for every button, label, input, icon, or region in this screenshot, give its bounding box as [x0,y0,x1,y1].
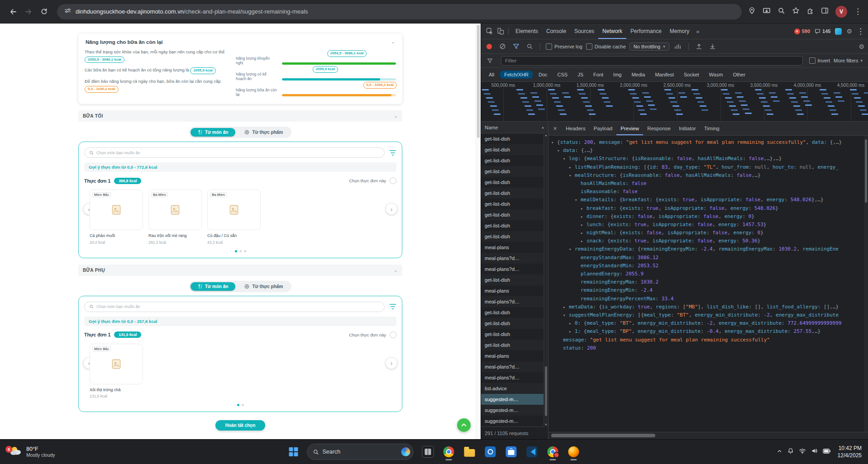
name-column-header[interactable]: Name ▲ [481,122,548,133]
panel-tab-preview[interactable]: Preview [616,122,643,135]
json-line[interactable]: ▸dinner: {exists: false, isAppropriate: … [548,213,868,221]
profile-avatar[interactable]: V [835,6,847,18]
scrollbar-thumb[interactable] [865,139,867,203]
location-icon[interactable] [748,7,756,16]
collapsed-arrow-icon[interactable]: ▸ [569,327,575,336]
search-highlights-icon[interactable] [401,447,410,456]
carousel-next-button[interactable]: › [386,357,397,369]
dish-search-input[interactable]: Chọn món bạn muốn ăn [84,302,385,312]
json-line[interactable]: ▾log: {mealStructure: {isReasonable: fal… [548,155,868,163]
taskbar-app-chrome-beta[interactable] [544,443,562,461]
battery-icon[interactable] [823,448,831,456]
scroll-up-icon[interactable]: ▲ [544,134,548,137]
request-row[interactable]: meal-plans [481,242,548,253]
tab-from-foods[interactable]: Từ thực phẩm [237,282,290,291]
dish-search-input[interactable]: Chọn món bạn muốn ăn [84,147,385,158]
dish-card[interactable]: Ba Miền Củ đậu / Củ sắn 43,3 kcal [207,189,261,245]
request-row[interactable]: list-advice [481,383,548,394]
scrollbar-thumb[interactable] [545,366,547,416]
json-line[interactable]: ▸listMealPlanRemaining: [{id: 83, day_ty… [548,163,868,171]
back-icon[interactable] [6,5,20,19]
taskbar-app-store[interactable] [502,443,520,461]
device-toolbar-icon[interactable] [496,26,506,36]
taskbar-app-vscode[interactable] [523,443,541,461]
expanded-arrow-icon[interactable]: ▾ [563,311,569,319]
filter-chip[interactable]: Wasm [705,71,727,79]
devtools-tab-memory[interactable]: Memory [666,24,693,39]
panel-tab-timing[interactable]: Timing [700,122,724,135]
do-not-disturb-icon[interactable] [787,448,794,456]
section-collapse-icon[interactable]: ⌄ [394,267,398,273]
scroll-top-button[interactable] [457,418,471,432]
page-scrollbar[interactable] [476,24,481,439]
request-row[interactable]: get-list-dish [481,155,548,166]
dish-filter-icon[interactable] [389,150,396,156]
expanded-arrow-icon[interactable]: ▾ [569,245,575,253]
devtools-tab-performance[interactable]: Performance [626,24,666,39]
choose-menu-radio[interactable] [390,177,396,184]
import-har-icon[interactable] [694,42,704,52]
checkbox-icon[interactable] [546,43,552,50]
reload-icon[interactable] [37,5,51,19]
json-line[interactable]: ▾suggestMealPlanEnergy: [{meal_type: "BT… [548,311,868,319]
filter-chip[interactable]: Img [609,71,625,79]
request-row[interactable]: suggested-m… [481,416,548,426]
section-header[interactable]: BỮA TỐI ⌄ [78,110,402,122]
devtools-menu-icon[interactable]: ⋮ [857,28,864,35]
more-filters-button[interactable]: More filters▾ [834,58,864,63]
collapsed-arrow-icon[interactable]: ▸ [581,221,587,229]
volume-icon[interactable] [811,448,818,456]
carousel-next-button[interactable]: › [386,203,397,215]
request-row[interactable]: meal-plans?d… [481,372,548,383]
panel-tab-initiator[interactable]: Initiator [675,122,700,135]
scroll-up-icon[interactable]: ▲ [541,126,544,129]
json-line[interactable]: ▾remainingEnergyData: {remainingEnergyMi… [548,245,868,253]
scroll-down-icon[interactable]: ▼ [544,423,548,426]
request-row[interactable]: get-list-dish [481,177,548,188]
checkbox-icon[interactable] [809,57,816,64]
taskbar-app-firefox[interactable] [565,443,583,461]
inspect-icon[interactable] [485,26,495,36]
browser-menu-icon[interactable]: ⋮ [854,8,862,15]
taskbar-app-task-view[interactable] [419,443,437,461]
json-line[interactable]: ▸metaData: {is_workday: true, regions: [… [548,303,868,311]
devtools-tab-network[interactable]: Network [598,24,626,39]
expanded-arrow-icon[interactable]: ▾ [569,171,575,180]
disable-cache-checkbox[interactable]: Disable cache [586,43,626,50]
error-count-badge[interactable]: ✕590 [794,28,810,34]
site-info-icon[interactable] [64,7,71,16]
json-line[interactable]: ▾mealStructure: {isReasonable: false, ha… [548,171,868,180]
json-line[interactable]: ▾data: {,…} [548,147,868,155]
wifi-icon[interactable] [799,448,806,456]
taskbar-app-chrome[interactable] [440,443,458,461]
json-line[interactable]: ▸lunch: {exists: true, isAppropriate: fa… [548,221,868,229]
close-panel-icon[interactable]: ✕ [548,126,562,132]
issues-badge[interactable]: 145 [815,28,830,34]
throttling-select[interactable]: No throttling▾ [630,43,669,51]
collapsed-arrow-icon[interactable]: ▸ [581,204,587,213]
filter-chip[interactable]: JS [573,71,587,79]
request-row[interactable]: meal-plans [481,350,548,361]
devtools-tab-elements[interactable]: Elements [511,24,542,39]
preview-scrollbar[interactable] [864,136,868,432]
network-conditions-icon[interactable] [673,42,683,52]
collapsed-arrow-icon[interactable]: ▸ [569,163,575,171]
finish-button[interactable]: Hoàn tất chọn [215,420,266,431]
json-line[interactable]: ▸0: {meal_type: "BT", energy_min_distrib… [548,319,868,327]
json-line[interactable]: ▸snack: {exists: true, isAppropriate: fa… [548,237,868,245]
dish-card[interactable]: Miền Bắc Xôi thịt trứng chả 131,5 kcal [90,344,143,399]
json-line[interactable]: ▾{status: 200, message: "get list menu s… [548,138,868,147]
json-line[interactable]: ▸1: {meal_type: "BP", energy_min_distrib… [548,327,868,336]
taskbar-app-outlook[interactable] [482,443,500,461]
request-row[interactable]: meal-plans?d… [481,361,548,372]
expanded-arrow-icon[interactable]: ▾ [557,147,563,155]
collapsed-arrow-icon[interactable]: ▸ [581,237,587,245]
more-panels-icon[interactable]: » [694,28,701,35]
bookmark-star-icon[interactable] [792,7,800,16]
collapsed-arrow-icon[interactable]: ▸ [569,319,575,327]
start-button[interactable] [286,444,302,460]
clear-icon[interactable] [497,42,507,52]
collapse-chevron-icon[interactable]: ⌄ [391,39,395,45]
dish-filter-icon[interactable] [389,303,396,310]
tab-from-dishes[interactable]: Từ món ăn [191,128,236,137]
